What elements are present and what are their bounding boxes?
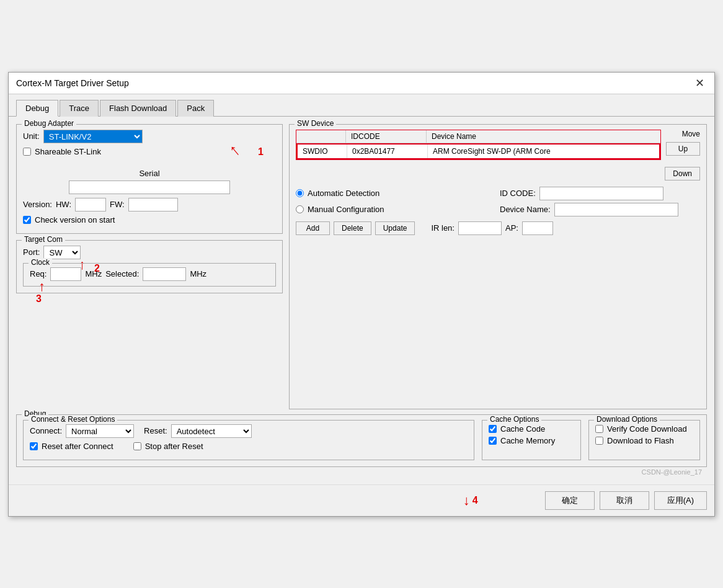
close-button[interactable]: ✕	[693, 78, 707, 89]
unit-select[interactable]: ST-LINK/V2	[43, 130, 143, 143]
cache-code-checkbox[interactable]	[489, 425, 497, 433]
debug-adapter-group: Debug Adapter Unit: ST-LINK/V2 Shareable…	[16, 124, 283, 234]
reset-after-connect-row: Reset after Connect Stop after Reset	[30, 442, 468, 451]
auto-detect-radio[interactable]	[296, 189, 304, 197]
tab-trace[interactable]: Trace	[60, 100, 99, 117]
fw-input[interactable]: V2J38S7	[128, 198, 178, 212]
content-area: Debug Adapter Unit: ST-LINK/V2 Shareable…	[9, 117, 714, 484]
main-row: Debug Adapter Unit: ST-LINK/V2 Shareable…	[16, 124, 707, 409]
stop-after-reset-checkbox[interactable]	[133, 442, 141, 450]
col-idcode	[296, 130, 346, 143]
cache-code-label: Cache Code	[500, 424, 545, 434]
col-device-name-header: Device Name	[427, 130, 660, 143]
sw-device-table-container: IDCODE Device Name SWDIO 0x2BA01477 ARM …	[296, 130, 661, 180]
title-bar: Cortex-M Target Driver Setup ✕	[9, 73, 714, 94]
check-version-row: Check version on start	[23, 215, 276, 225]
sw-table-header: IDCODE Device Name	[296, 130, 660, 143]
clock-selected-input[interactable]: 1.800	[143, 267, 186, 281]
radio-section: Automatic Detection ID CODE: Manual Conf…	[296, 187, 700, 216]
id-code-label: ID CODE:	[500, 189, 536, 198]
verify-code-checkbox[interactable]	[595, 425, 603, 433]
unit-row: Unit: ST-LINK/V2	[23, 130, 276, 143]
tab-flash-download[interactable]: Flash Download	[100, 100, 176, 117]
cache-memory-checkbox[interactable]	[489, 437, 497, 445]
reset-label: Reset:	[144, 426, 167, 435]
req-label: Req:	[30, 269, 47, 278]
apply-button[interactable]: 应用(A)	[654, 491, 707, 510]
update-button[interactable]: Update	[375, 221, 415, 235]
debug-bottom-group: Debug Connect & Reset Options Connect: N…	[16, 414, 707, 467]
annotation-1: 1	[258, 146, 264, 158]
sw-device-table: IDCODE Device Name SWDIO 0x2BA01477 ARM …	[296, 130, 661, 160]
connect-row: Connect: Normal with Pre-reset under Res…	[30, 424, 468, 438]
footer: ↓ 4 确定 取消 应用(A)	[9, 484, 714, 516]
auto-detect-row: Automatic Detection ID CODE:	[296, 187, 700, 200]
connect-label: Connect:	[30, 426, 62, 435]
window-title: Cortex-M Target Driver Setup	[16, 78, 129, 88]
action-row: Add Delete Update IR len: AP: 0	[296, 221, 700, 235]
clock-req-input[interactable]: 10	[50, 267, 81, 281]
selected-label: Selected:	[105, 269, 139, 278]
cancel-button[interactable]: 取消	[600, 491, 649, 510]
hw-input[interactable]: V2	[75, 198, 106, 212]
check-version-checkbox[interactable]	[23, 216, 31, 224]
manual-config-radio[interactable]	[296, 205, 304, 213]
port-label: Port:	[23, 247, 40, 257]
clock-row: Req: 10 MHz Selected: 1.800 MHz ↑ 3	[30, 267, 269, 281]
ap-input[interactable]: 0	[522, 221, 553, 235]
reset-after-connect-checkbox[interactable]	[30, 442, 38, 450]
connect-select[interactable]: Normal with Pre-reset under Reset	[66, 424, 134, 438]
device-name-label: Device Name:	[500, 205, 551, 214]
port-select[interactable]: SW JTAG	[43, 246, 81, 259]
ap-label: AP:	[505, 223, 518, 233]
shareable-checkbox[interactable]	[23, 148, 31, 156]
reset-select[interactable]: Autodetect Software Hardware	[171, 424, 252, 438]
serial-input[interactable]: 26390D08C2153030303030302	[69, 180, 230, 194]
cache-code-row: Cache Code	[489, 424, 574, 434]
serial-section: Serial 26390D08C2153030303030302	[23, 169, 276, 194]
tab-pack[interactable]: Pack	[177, 100, 214, 117]
col-idcode-header: IDCODE	[346, 130, 427, 143]
sw-table-area: IDCODE Device Name SWDIO 0x2BA01477 ARM …	[296, 130, 700, 180]
sw-cell-devname: ARM CoreSight SW-DP (ARM Core	[428, 145, 659, 158]
connect-reset-title: Connect & Reset Options	[29, 415, 117, 424]
debug-adapter-title: Debug Adapter	[22, 119, 76, 128]
device-name-input[interactable]	[554, 203, 678, 216]
move-up-button[interactable]: Up	[666, 142, 700, 156]
version-row: Version: HW: V2 FW: V2J38S7	[23, 198, 276, 212]
target-com-group: Target Com Port: SW JTAG ↑ 2 Clock	[16, 240, 283, 293]
stop-after-reset-label: Stop after Reset	[145, 442, 203, 451]
sw-move-buttons: Move Up Down	[665, 130, 700, 180]
shareable-label: Shareable ST-Link	[35, 147, 101, 156]
cache-options-title: Cache Options	[487, 415, 541, 424]
connect-reset-group: Connect & Reset Options Connect: Normal …	[23, 420, 474, 460]
download-flash-checkbox[interactable]	[595, 437, 603, 445]
ok-button[interactable]: 确定	[545, 491, 595, 510]
verify-code-row: Verify Code Download	[595, 424, 693, 434]
bottom-row: Connect & Reset Options Connect: Normal …	[23, 420, 700, 460]
sw-cell-swdio: SWDIO	[298, 145, 347, 158]
mhz-label-1: MHz	[85, 269, 102, 278]
clock-group: Clock Req: 10 MHz Selected: 1.800 MHz ↑ …	[23, 263, 276, 287]
id-code-input[interactable]	[539, 187, 663, 200]
mhz-label-2: MHz	[190, 269, 206, 278]
move-down-button[interactable]: Down	[665, 167, 700, 180]
ir-len-input[interactable]	[458, 221, 502, 235]
cache-options-group: Cache Options Cache Code Cache Memory	[482, 420, 581, 460]
delete-button[interactable]: Delete	[334, 221, 371, 235]
manual-config-label: Manual Configuration	[308, 205, 384, 214]
left-panel: Debug Adapter Unit: ST-LINK/V2 Shareable…	[16, 124, 283, 409]
annotation-3: 3	[36, 293, 42, 305]
sw-table-row[interactable]: SWDIO 0x2BA01477 ARM CoreSight SW-DP (AR…	[296, 143, 660, 159]
download-options-group: Download Options Verify Code Download Do…	[588, 420, 700, 460]
download-flash-label: Download to Flash	[607, 436, 674, 445]
auto-detect-label: Automatic Detection	[308, 189, 379, 198]
tab-bar: Debug Trace Flash Download Pack	[9, 94, 714, 117]
add-button[interactable]: Add	[296, 221, 330, 235]
arrow-3-icon: ↑	[38, 278, 45, 295]
clock-title: Clock	[29, 258, 52, 267]
main-window: Cortex-M Target Driver Setup ✕ Debug Tra…	[8, 72, 715, 517]
tab-debug[interactable]: Debug	[16, 100, 58, 117]
cache-memory-label: Cache Memory	[500, 436, 555, 445]
sw-device-group: SW Device IDCODE Device Name	[289, 124, 707, 409]
